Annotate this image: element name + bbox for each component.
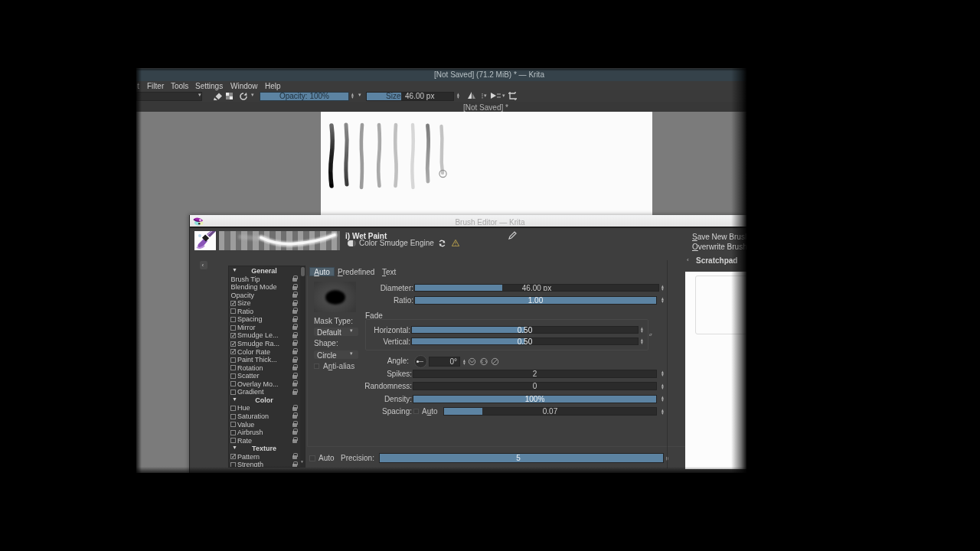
- svg-text:▾: ▾: [484, 93, 487, 98]
- svg-text:▾: ▾: [502, 93, 505, 98]
